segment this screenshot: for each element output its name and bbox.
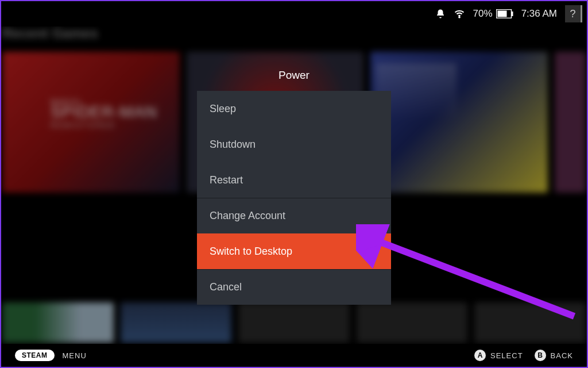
menu-label: MENU — [63, 351, 87, 360]
power-item-sleep[interactable]: Sleep — [197, 91, 391, 126]
svg-point-0 — [459, 17, 460, 18]
power-item-cancel[interactable]: Cancel — [197, 269, 391, 305]
power-item-switch-to-desktop[interactable]: Switch to Desktop — [197, 233, 391, 269]
steam-button[interactable]: STEAM — [15, 350, 55, 361]
battery-percent-label: 70% — [473, 8, 493, 20]
status-bar: 70% 7:36 AM ? — [1, 1, 587, 26]
power-menu: Power SleepShutdownRestartChange Account… — [197, 69, 391, 305]
help-button[interactable]: ? — [565, 5, 582, 22]
notification-bell-icon[interactable] — [435, 9, 446, 19]
svg-rect-3 — [512, 12, 513, 16]
hint-label: BACK — [551, 351, 573, 360]
wifi-icon — [454, 8, 465, 20]
gamepad-b-icon: B — [535, 350, 546, 361]
battery-icon — [496, 9, 513, 18]
clock-label: 7:36 AM — [521, 8, 557, 20]
battery-status: 70% — [473, 8, 513, 20]
power-item-restart[interactable]: Restart — [197, 162, 391, 198]
button-hint-select: ASELECT — [474, 350, 523, 361]
footer-bar: STEAM MENU ASELECTBBACK — [1, 344, 587, 367]
hint-label: SELECT — [490, 351, 523, 360]
power-item-change-account[interactable]: Change Account — [197, 198, 391, 233]
power-menu-title: Power — [197, 69, 391, 82]
power-item-shutdown[interactable]: Shutdown — [197, 126, 391, 162]
gamepad-a-icon: A — [474, 350, 486, 361]
button-hint-back: BBACK — [535, 350, 573, 361]
svg-rect-2 — [497, 11, 506, 17]
